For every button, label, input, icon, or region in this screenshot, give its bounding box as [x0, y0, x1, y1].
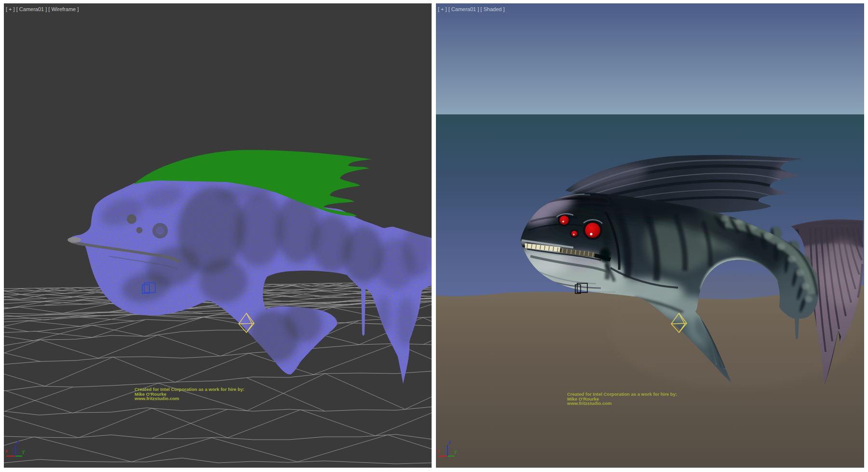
svg-text:z: z — [448, 440, 451, 445]
svg-text:www.fritzstudio.com: www.fritzstudio.com — [567, 401, 612, 406]
svg-text:y: y — [454, 449, 457, 454]
svg-text:y: y — [22, 449, 25, 454]
svg-text:x: x — [437, 448, 440, 454]
svg-text:[ + ] [ Camera01 ] [ Wireframe: [ + ] [ Camera01 ] [ Wireframe ] — [6, 6, 79, 12]
svg-text:x: x — [5, 448, 8, 454]
svg-text:z: z — [16, 440, 19, 445]
svg-text:www.fritzstudio.com: www.fritzstudio.com — [134, 396, 179, 401]
svg-text:[ + ] [ Camera01 ] [ Shaded ]: [ + ] [ Camera01 ] [ Shaded ] — [438, 6, 505, 12]
